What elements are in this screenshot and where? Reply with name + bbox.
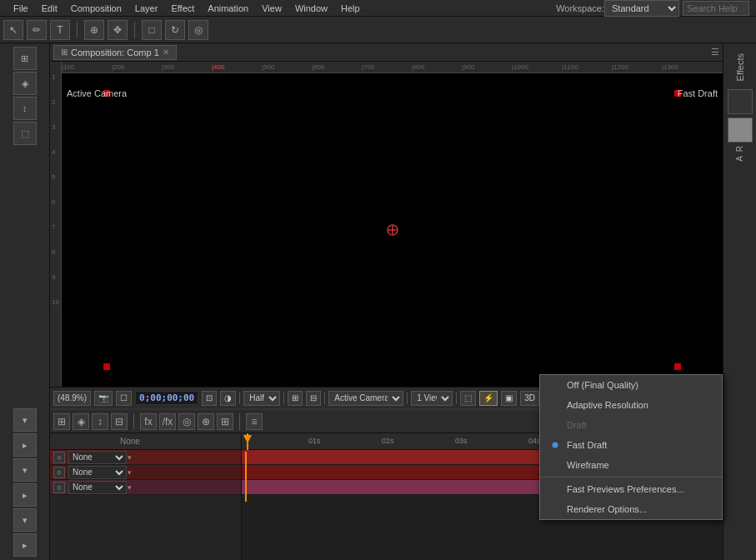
toolbar-separator-1 bbox=[77, 22, 78, 38]
3d-btn[interactable]: 3D bbox=[520, 391, 539, 406]
layer-3-visibility[interactable]: ○ bbox=[53, 482, 65, 493]
viewer-btn[interactable]: ⬚ bbox=[460, 391, 476, 406]
tool-rect[interactable]: □ bbox=[142, 20, 162, 40]
search-input[interactable] bbox=[683, 1, 749, 16]
comp-panel-menu[interactable]: ☰ bbox=[711, 47, 719, 58]
panel-btn-3[interactable]: ↕ bbox=[13, 97, 37, 120]
timeline-left: None ○ None ▾ ○ None bbox=[50, 433, 242, 560]
workspace-label: Workspace: bbox=[556, 3, 604, 13]
snapshot-btn[interactable]: 📷 bbox=[94, 391, 113, 406]
panel-btn-6[interactable]: ▸ bbox=[13, 483, 37, 507]
menu-composition[interactable]: Composition bbox=[64, 2, 128, 15]
region-btn[interactable]: ⊞ bbox=[288, 391, 303, 406]
menu-file[interactable]: File bbox=[7, 2, 35, 15]
panel-btn-4[interactable]: ⬚ bbox=[13, 122, 37, 145]
effects-gray-swatch[interactable] bbox=[728, 118, 753, 142]
layer-2-none-dropdown[interactable]: None bbox=[68, 466, 127, 479]
comp-icon: ⊞ bbox=[61, 48, 68, 57]
timeline-btn-2[interactable]: ◈ bbox=[73, 413, 89, 430]
timeline-sep-2 bbox=[239, 413, 240, 430]
frame-btn[interactable]: ⊡ bbox=[202, 391, 217, 406]
toolbar: ↖ ✏ T ⊕ ✥ □ ↻ ◎ bbox=[0, 17, 756, 43]
timeline-btn-5[interactable]: /fx bbox=[159, 413, 176, 430]
effects-black-swatch[interactable] bbox=[728, 89, 753, 114]
layer-row-1: ○ None ▾ bbox=[50, 450, 241, 465]
layer-row-3: ○ None ▾ bbox=[50, 480, 241, 495]
corner-bl bbox=[103, 363, 110, 370]
panel-btn-collapse[interactable]: ▾ bbox=[13, 408, 37, 432]
layer-1-none-dropdown[interactable]: None bbox=[68, 451, 127, 464]
timeline-btn-6[interactable]: ◎ bbox=[178, 413, 195, 430]
effects-tab[interactable]: Effects bbox=[732, 47, 748, 88]
tool-pen[interactable]: ✏ bbox=[27, 20, 47, 40]
menu-wireframe[interactable]: Wireframe bbox=[540, 455, 722, 475]
tool-rotate[interactable]: ↻ bbox=[165, 20, 185, 40]
tool-camera[interactable]: ◎ bbox=[188, 20, 208, 40]
tool-select[interactable]: ↖ bbox=[3, 20, 23, 40]
menu-off-final[interactable]: Off (Final Quality) bbox=[540, 375, 722, 395]
vertical-ruler: 1 2 3 4 5 6 7 8 9 10 bbox=[50, 62, 62, 387]
menu-layer[interactable]: Layer bbox=[128, 2, 165, 15]
timecode-display: 0;00;00;00 bbox=[135, 391, 198, 405]
menu-divider bbox=[540, 477, 722, 478]
menu-edit[interactable]: Edit bbox=[35, 2, 64, 15]
menu-draft: Draft bbox=[540, 415, 722, 435]
menu-fast-draft[interactable]: Fast Draft bbox=[540, 435, 722, 455]
timeline-btn-9[interactable]: ≡ bbox=[246, 413, 263, 430]
comp-tab-item[interactable]: ⊞ Composition: Comp 1 ✕ bbox=[53, 45, 177, 60]
comp-canvas: Active Camera Fast Draft bbox=[62, 73, 723, 387]
ctrl-sep-3 bbox=[324, 392, 325, 404]
menu-renderer-options[interactable]: Renderer Options... bbox=[540, 499, 722, 519]
render-btn[interactable]: ▣ bbox=[501, 391, 517, 406]
ctrl-sep-4 bbox=[407, 392, 408, 404]
layer-3-arrow: ▾ bbox=[128, 483, 132, 492]
right-panel: Effects R A bbox=[723, 43, 756, 560]
panel-btn-7[interactable]: ▾ bbox=[13, 508, 37, 532]
timeline-btn-fx[interactable]: fx bbox=[140, 413, 157, 430]
menu-adaptive[interactable]: Adaptive Resolution bbox=[540, 395, 722, 415]
grid-btn[interactable]: ⊟ bbox=[306, 391, 321, 406]
menu-effect[interactable]: Effect bbox=[164, 2, 201, 15]
comp-panel: ⊞ Composition: Comp 1 ✕ ☰ 1 2 3 4 bbox=[50, 43, 723, 408]
layer-1-visibility[interactable]: ○ bbox=[53, 452, 65, 463]
comp-tab-close[interactable]: ✕ bbox=[163, 48, 169, 57]
ctrl-sep-5 bbox=[456, 392, 457, 404]
layer-3-none-dropdown[interactable]: None bbox=[68, 481, 127, 494]
zoom-display[interactable]: (48.9%) bbox=[53, 391, 91, 406]
view-dropdown[interactable]: 1 View bbox=[411, 391, 453, 406]
parent-header-label: None bbox=[120, 437, 140, 446]
workspace-dropdown[interactable]: Standard bbox=[604, 0, 679, 17]
panel-btn-8[interactable]: ▸ bbox=[13, 533, 37, 557]
timeline-btn-1[interactable]: ⊞ bbox=[53, 413, 70, 430]
timeline-btn-7[interactable]: ⊕ bbox=[198, 413, 214, 430]
ctrl-sep-1 bbox=[239, 392, 240, 404]
left-panel: ⊞ ◈ ↕ ⬚ ▾ ▸ ▾ ▸ ▾ ▸ bbox=[0, 43, 50, 560]
fast-preview-btn[interactable]: ⚡ bbox=[479, 391, 498, 406]
effects-a-label: A bbox=[733, 154, 746, 163]
menu-fast-previews-prefs[interactable]: Fast Previews Preferences... bbox=[540, 479, 722, 499]
timeline-btn-4[interactable]: ⊟ bbox=[111, 413, 128, 430]
timeline-btn-8[interactable]: ⊞ bbox=[217, 413, 233, 430]
show-channel-btn[interactable]: ☐ bbox=[116, 391, 132, 406]
timeline-btn-3[interactable]: ↕ bbox=[92, 413, 108, 430]
tool-text[interactable]: T bbox=[50, 20, 70, 40]
color-btn[interactable]: ◑ bbox=[220, 391, 236, 406]
menu-animation[interactable]: Animation bbox=[201, 2, 255, 15]
resolution-dropdown[interactable]: Half bbox=[243, 391, 280, 406]
panel-btn-2[interactable]: ◈ bbox=[13, 72, 37, 95]
layer-2-visibility[interactable]: ○ bbox=[53, 467, 65, 478]
panel-btn-1[interactable]: ⊞ bbox=[13, 47, 37, 70]
layer-row-2: ○ None ▾ bbox=[50, 465, 241, 480]
menu-view[interactable]: View bbox=[255, 2, 288, 15]
active-camera-dropdown[interactable]: Active Camera bbox=[328, 391, 403, 406]
timeline-header: None bbox=[50, 433, 241, 450]
panel-btn-expand[interactable]: ▸ bbox=[13, 433, 37, 457]
tool-anchor[interactable]: ⊕ bbox=[84, 20, 104, 40]
toolbar-separator-2 bbox=[134, 22, 135, 38]
tool-move[interactable]: ✥ bbox=[108, 20, 128, 40]
panel-btn-5[interactable]: ▾ bbox=[13, 458, 37, 482]
comp-tab-label: Composition: Comp 1 bbox=[71, 48, 159, 58]
menu-help[interactable]: Help bbox=[334, 2, 367, 15]
menu-window[interactable]: Window bbox=[288, 2, 334, 15]
comp-viewport[interactable]: |100 |200 |300 |400 |500 |600 |700 |800 … bbox=[62, 62, 723, 387]
